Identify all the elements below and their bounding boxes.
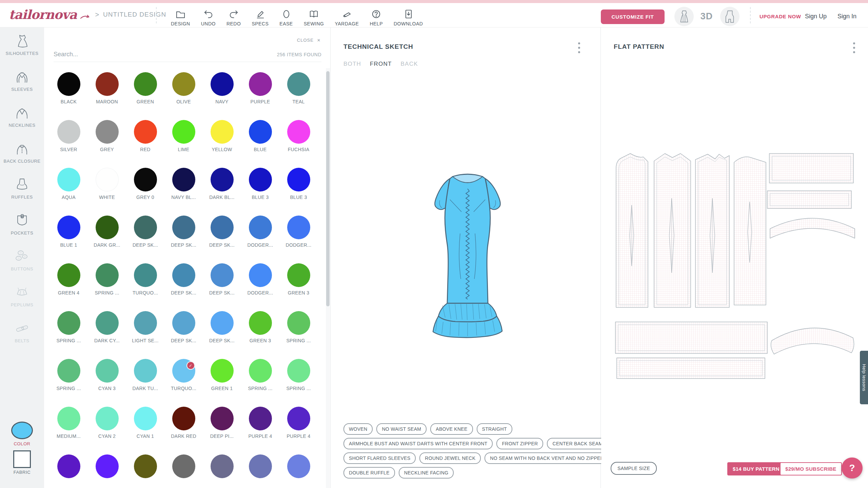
color-swatch-cell[interactable]: WHITE [88,168,126,216]
color-swatch[interactable] [96,72,119,96]
color-swatch[interactable] [287,263,310,287]
sidebar-item-fabric[interactable]: FABRIC [0,450,44,475]
color-swatch[interactable] [249,359,272,383]
color-swatch-cell[interactable]: DARK BL... [203,168,241,216]
color-swatch[interactable] [211,263,234,287]
feature-tag[interactable]: STRAIGHT [477,423,512,435]
color-swatch-cell[interactable]: DARK TU... [126,359,164,407]
buy-pattern-button[interactable]: $14 BUY PATTERN [727,462,785,475]
color-swatch-cell[interactable]: DEEP SK... [203,311,241,359]
color-swatch[interactable] [134,120,157,144]
sidebar-item-silhouettes[interactable]: SILHOUETTES [0,33,44,56]
tab-front[interactable]: FRONT [370,61,392,67]
color-swatch[interactable] [211,407,234,430]
color-swatch-cell[interactable]: SPRING ... [279,311,318,359]
feature-tag[interactable]: CENTER BACK SEAM [547,438,608,449]
color-swatch-cell[interactable] [88,454,126,488]
color-swatch-cell[interactable]: DEEP SK... [164,216,203,263]
color-swatch[interactable] [249,216,272,239]
color-swatch-cell[interactable]: NAVY BL... [164,168,203,216]
sidebar-item-belts[interactable]: BELTS [0,320,44,343]
color-swatch-cell[interactable]: YELLOW [203,120,241,168]
color-swatch-cell[interactable]: PURPLE 4 [279,407,318,454]
color-swatch-cell[interactable] [203,454,241,488]
color-swatch[interactable] [287,407,310,430]
color-swatch[interactable] [287,72,310,96]
color-swatch[interactable] [134,72,157,96]
color-swatch-cell[interactable]: SPRING ... [88,263,126,311]
color-swatch-cell[interactable]: CYAN 2 [88,407,126,454]
3d-dress-view-button[interactable] [674,7,694,26]
color-swatch[interactable] [287,359,310,383]
color-swatch[interactable] [211,359,234,383]
feature-tag[interactable]: NECKLINE FACING [399,467,454,479]
color-swatch-cell[interactable]: BLUE 3 [241,168,279,216]
color-swatch-cell[interactable]: DARK GR... [88,216,126,263]
color-swatch-cell[interactable]: DODGER... [279,216,318,263]
color-swatch-cell[interactable]: PURPLE [241,72,279,120]
color-swatch-cell[interactable]: DEEP SK... [126,216,164,263]
color-swatch[interactable] [96,359,119,383]
color-swatch[interactable] [172,168,195,191]
color-swatch-cell[interactable]: GREY 0 [126,168,164,216]
color-swatch-cell[interactable]: FUCHSIA [279,120,318,168]
color-swatch[interactable] [96,168,119,191]
color-swatch[interactable] [172,216,195,239]
color-swatch-cell[interactable]: PURPLE 4 [241,407,279,454]
color-swatch[interactable] [96,407,119,430]
scrollbar-track[interactable] [326,68,330,488]
subscribe-button[interactable]: $29/MO SUBSCRIBE [780,462,842,475]
color-swatch[interactable] [287,454,310,478]
color-swatch[interactable] [172,407,195,430]
feature-tag[interactable]: WOVEN [343,423,373,435]
color-swatch[interactable] [57,359,80,383]
close-panel-button[interactable]: CLOSE✕ [297,38,321,43]
color-swatch-cell[interactable]: GREY [88,120,126,168]
customize-fit-button[interactable]: CUSTOMIZE FIT [601,9,665,24]
color-swatch-cell[interactable]: CYAN 1 [126,407,164,454]
color-swatch-cell[interactable] [50,454,88,488]
color-swatch[interactable] [249,407,272,430]
color-swatch[interactable] [249,120,272,144]
redo-button[interactable]: REDO [221,6,246,29]
color-swatch-cell[interactable]: LIME [164,120,203,168]
color-swatch[interactable] [249,263,272,287]
color-swatch-cell[interactable]: DODGER... [241,216,279,263]
color-swatch[interactable] [172,311,195,335]
color-swatch[interactable] [57,216,80,239]
color-swatch[interactable] [57,263,80,287]
color-swatch[interactable] [57,168,80,191]
color-swatch[interactable] [96,311,119,335]
color-swatch-cell[interactable]: MAROON [88,72,126,120]
feature-tag[interactable]: FRONT ZIPPER [496,438,543,449]
color-swatch-cell[interactable]: DEEP PI... [203,407,241,454]
color-swatch[interactable] [172,454,195,478]
color-swatch-cell[interactable]: SPRING ... [50,311,88,359]
color-swatch-cell[interactable]: BLUE [241,120,279,168]
sign-in-link[interactable]: Sign In [837,13,856,20]
color-swatch[interactable] [211,168,234,191]
design-name[interactable]: UNTITLED DESIGN [103,11,166,18]
color-swatch[interactable] [57,72,80,96]
color-swatch-cell[interactable]: LIGHT SE... [126,311,164,359]
color-swatch-cell[interactable]: AQUA [50,168,88,216]
color-swatch-cell[interactable]: BLACK [50,72,88,120]
color-swatch[interactable] [249,168,272,191]
color-swatch[interactable] [172,263,195,287]
sign-up-link[interactable]: Sign Up [805,13,827,20]
color-swatch[interactable] [287,168,310,191]
color-swatch-cell[interactable]: GREEN 3 [279,263,318,311]
color-swatch[interactable] [134,311,157,335]
feature-tag[interactable]: SHORT FLARED SLEEVES [343,452,416,464]
feature-tag[interactable]: NO SEAM WITH NO BACK VENT AND NO ZIPPER [485,452,609,464]
color-swatch[interactable] [134,168,157,191]
scrollbar-thumb[interactable] [326,71,330,306]
pattern-menu-kebab-icon[interactable] [852,41,856,55]
color-swatch-cell[interactable]: SPRING ... [50,359,88,407]
color-swatch[interactable] [57,120,80,144]
color-swatch-cell[interactable]: OLIVE [164,72,203,120]
color-swatch[interactable] [211,454,234,478]
sidebar-item-back-closure[interactable]: BACK CLOSURE [0,141,44,164]
color-swatch-cell[interactable]: DEEP SK... [203,263,241,311]
color-swatch-cell[interactable]: SPRING ... [279,359,318,407]
